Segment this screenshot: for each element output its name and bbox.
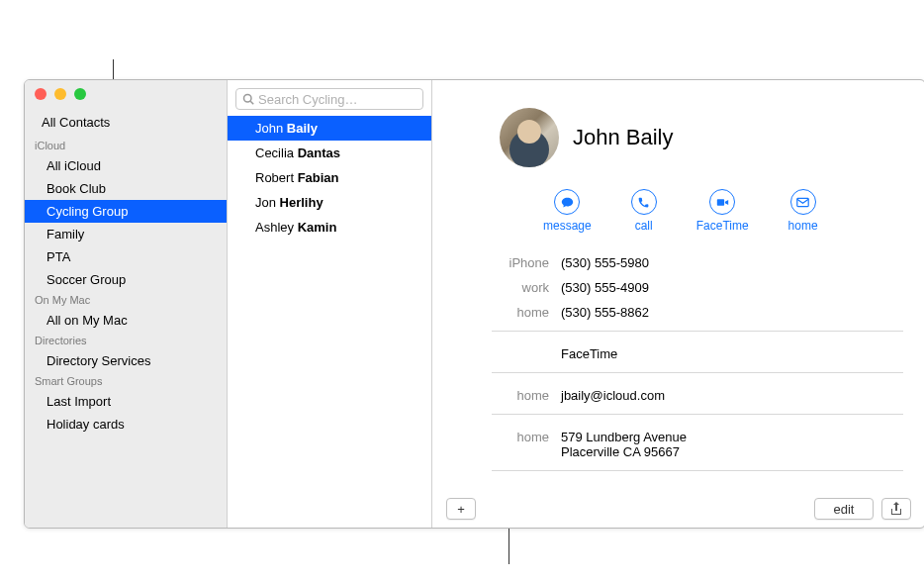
sidebar-item[interactable]: Book Club — [25, 177, 227, 200]
action-label: message — [543, 219, 592, 233]
add-button[interactable]: + — [446, 498, 476, 520]
close-window-button[interactable] — [35, 88, 46, 100]
mail-icon — [790, 189, 816, 215]
sidebar-section-header: Directories — [25, 332, 227, 349]
sidebar-item[interactable]: PTA — [25, 245, 227, 268]
contact-row[interactable]: Robert Fabian — [228, 165, 431, 190]
share-button[interactable] — [881, 498, 911, 520]
facetime-row: FaceTime — [454, 341, 903, 366]
field-label: home — [454, 430, 549, 459]
edit-button[interactable]: edit — [814, 498, 874, 520]
phone-row: iPhone(530) 555-5980 — [454, 250, 903, 275]
address-row: home579 Lundberg AvenuePlacerville CA 95… — [454, 425, 903, 464]
svg-rect-2 — [716, 199, 723, 206]
field-label — [454, 346, 549, 361]
message-icon — [554, 189, 580, 215]
sidebar-item-all-contacts[interactable]: All Contacts — [25, 110, 227, 137]
contact-actions: message call FaceTime — [432, 175, 924, 246]
share-icon — [890, 502, 902, 516]
contact-card: John Baily message call — [432, 80, 924, 528]
sidebar-section-header: iCloud — [25, 137, 227, 154]
phone-icon — [631, 189, 657, 215]
divider — [492, 414, 903, 415]
svg-rect-3 — [797, 198, 808, 206]
phone-row: home(530) 555-8862 — [454, 300, 903, 325]
contact-row[interactable]: Cecilia Dantas — [228, 141, 431, 165]
search-icon — [242, 93, 254, 105]
sidebar-item[interactable]: All iCloud — [25, 154, 227, 177]
search-input[interactable] — [254, 92, 424, 107]
sidebar-section-header: On My Mac — [25, 291, 227, 309]
bottom-bar: + edit — [432, 490, 924, 528]
phone-row: work(530) 555-4909 — [454, 275, 903, 300]
contact-row[interactable]: Jon Herlihy — [228, 190, 431, 215]
sidebar: All Contacts iCloudAll iCloudBook ClubCy… — [25, 80, 228, 528]
search-box[interactable] — [235, 88, 423, 110]
contact-row[interactable]: John Baily — [228, 116, 431, 141]
sidebar-item[interactable]: Cycling Group — [25, 200, 227, 223]
video-icon — [709, 189, 735, 215]
field-value[interactable]: (530) 555-4909 — [561, 280, 903, 295]
contact-list: John BailyCecilia DantasRobert FabianJon… — [228, 116, 431, 528]
divider — [492, 331, 903, 332]
divider — [492, 470, 903, 471]
sidebar-item[interactable]: All on My Mac — [25, 309, 227, 332]
sidebar-section-header: Smart Groups — [25, 372, 227, 390]
svg-point-0 — [244, 95, 252, 103]
field-value[interactable]: jbaily@icloud.com — [561, 388, 903, 403]
minimize-window-button[interactable] — [54, 88, 66, 100]
field-value[interactable]: 579 Lundberg AvenuePlacerville CA 95667 — [561, 430, 903, 459]
contacts-window: All Contacts iCloudAll iCloudBook ClubCy… — [24, 79, 924, 529]
contact-row[interactable]: Ashley Kamin — [228, 215, 431, 240]
field-label: home — [454, 305, 549, 320]
avatar[interactable] — [500, 108, 559, 167]
field-label: iPhone — [454, 255, 549, 270]
facetime-button[interactable]: FaceTime — [696, 189, 749, 233]
call-button[interactable]: call — [631, 189, 657, 233]
plus-icon: + — [457, 502, 465, 517]
divider — [492, 372, 903, 373]
sidebar-item[interactable]: Last Import — [25, 390, 227, 413]
message-button[interactable]: message — [543, 189, 592, 233]
sidebar-item[interactable]: Soccer Group — [25, 268, 227, 291]
field-value[interactable]: (530) 555-5980 — [561, 255, 903, 270]
sidebar-item[interactable]: Holiday cards — [25, 413, 227, 436]
contact-list-pane: John BailyCecilia DantasRobert FabianJon… — [228, 80, 432, 528]
field-label: home — [454, 388, 549, 403]
contact-name: John Baily — [573, 125, 674, 150]
sidebar-item[interactable]: Family — [25, 223, 227, 245]
action-label: FaceTime — [696, 219, 749, 233]
field-label: work — [454, 280, 549, 295]
window-controls — [35, 88, 86, 100]
maximize-window-button[interactable] — [74, 88, 86, 100]
email-row: homejbaily@icloud.com — [454, 383, 903, 408]
svg-line-1 — [250, 101, 253, 104]
action-label: call — [635, 219, 653, 233]
action-label: home — [788, 219, 818, 233]
sidebar-item[interactable]: Directory Services — [25, 349, 227, 372]
home-email-button[interactable]: home — [788, 189, 818, 233]
field-value: FaceTime — [561, 346, 903, 361]
field-value[interactable]: (530) 555-8862 — [561, 305, 903, 320]
